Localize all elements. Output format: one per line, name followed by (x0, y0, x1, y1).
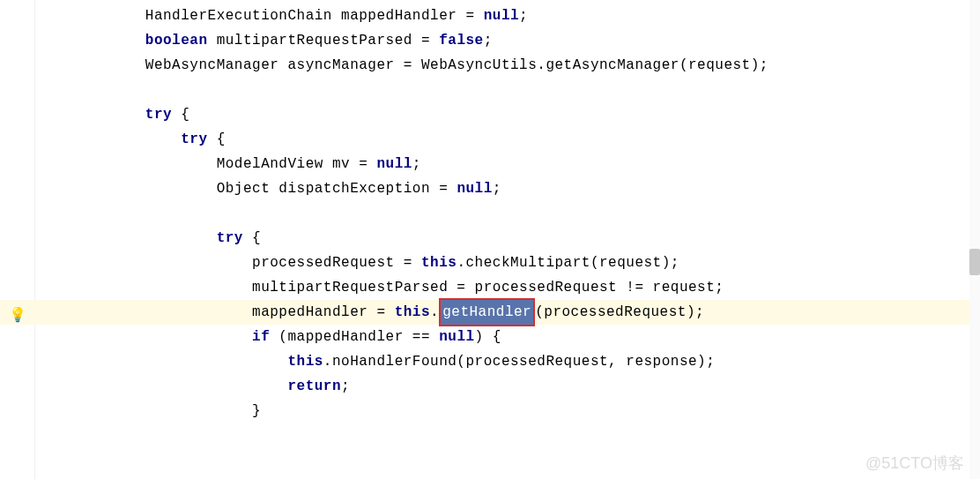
code-line[interactable]: WebAsyncManager asyncManager = WebAsyncU… (35, 53, 971, 78)
code-token: ModelAndView mv = (217, 156, 377, 172)
code-token: try (145, 107, 181, 123)
code-line[interactable]: try { (35, 102, 971, 127)
code-token: } (252, 403, 261, 419)
code-token: HandlerExecutionChain mappedHandler = (145, 8, 484, 24)
code-token: multipartRequestParsed = (217, 33, 440, 49)
code-token: ; (341, 378, 350, 394)
code-token: this (421, 255, 457, 271)
code-line[interactable]: HandlerExecutionChain mappedHandler = nu… (35, 4, 971, 28)
vertical-scrollbar[interactable] (969, 0, 980, 479)
code-line[interactable]: return; (35, 374, 971, 399)
code-line[interactable]: multipartRequestParsed = processedReques… (35, 275, 971, 300)
code-token: WebAsyncManager asyncManager = WebAsyncU… (145, 57, 768, 73)
code-line[interactable]: ModelAndView mv = null; (35, 152, 971, 176)
code-token: { (252, 230, 261, 246)
code-line[interactable]: try { (35, 127, 971, 152)
code-area[interactable]: HandlerExecutionChain mappedHandler = nu… (35, 0, 971, 423)
code-line[interactable] (35, 78, 971, 102)
code-token: (processedRequest); (535, 304, 704, 320)
code-token: ; (412, 156, 421, 172)
code-editor[interactable]: HandlerExecutionChain mappedHandler = nu… (0, 0, 980, 479)
gutter (0, 0, 35, 479)
code-line[interactable]: if (mappedHandler == null) { (35, 325, 971, 349)
code-token: this (287, 354, 323, 370)
code-token: (mappedHandler == (278, 329, 439, 345)
code-line[interactable]: boolean multipartRequestParsed = false; (35, 28, 971, 53)
code-line[interactable] (35, 201, 971, 226)
code-token: false (439, 33, 484, 49)
code-token: .noHandlerFound(processedRequest, respon… (323, 354, 715, 370)
code-token: { (181, 107, 189, 123)
code-line[interactable]: this.noHandlerFound(processedRequest, re… (35, 349, 971, 374)
code-line[interactable]: 💡 mappedHandler = this.getHandler(proces… (35, 300, 971, 325)
code-token: mappedHandler = (252, 304, 395, 320)
code-token: boolean (145, 33, 217, 49)
code-token: try (217, 230, 252, 246)
selected-text[interactable]: getHandler (439, 298, 535, 326)
code-token: ; (519, 8, 528, 24)
code-token: return (287, 378, 341, 394)
code-token: ; (484, 33, 493, 49)
code-token: processedRequest = (252, 255, 421, 271)
code-token: null (376, 156, 412, 172)
scrollbar-thumb[interactable] (969, 249, 980, 275)
code-token: .checkMultipart(request); (457, 255, 679, 271)
code-token: try (181, 131, 216, 147)
code-token: ) { (475, 329, 501, 345)
code-token: if (252, 329, 278, 345)
code-token: this (395, 304, 430, 320)
code-token: multipartRequestParsed = processedReques… (252, 280, 724, 296)
code-token: null (439, 329, 474, 345)
code-line[interactable]: try { (35, 226, 971, 251)
code-token: { (217, 131, 226, 147)
watermark: @51CTO博客 (865, 453, 964, 474)
code-line[interactable]: processedRequest = this.checkMultipart(r… (35, 251, 971, 275)
code-token: . (430, 304, 439, 320)
code-token: null (484, 8, 519, 24)
code-token: ; (493, 181, 501, 197)
code-line[interactable]: Object dispatchException = null; (35, 176, 971, 201)
code-token: null (457, 181, 492, 197)
code-token: Object dispatchException = (217, 181, 457, 197)
code-line[interactable]: } (35, 399, 971, 423)
intention-bulb-icon[interactable]: 💡 (9, 303, 27, 328)
